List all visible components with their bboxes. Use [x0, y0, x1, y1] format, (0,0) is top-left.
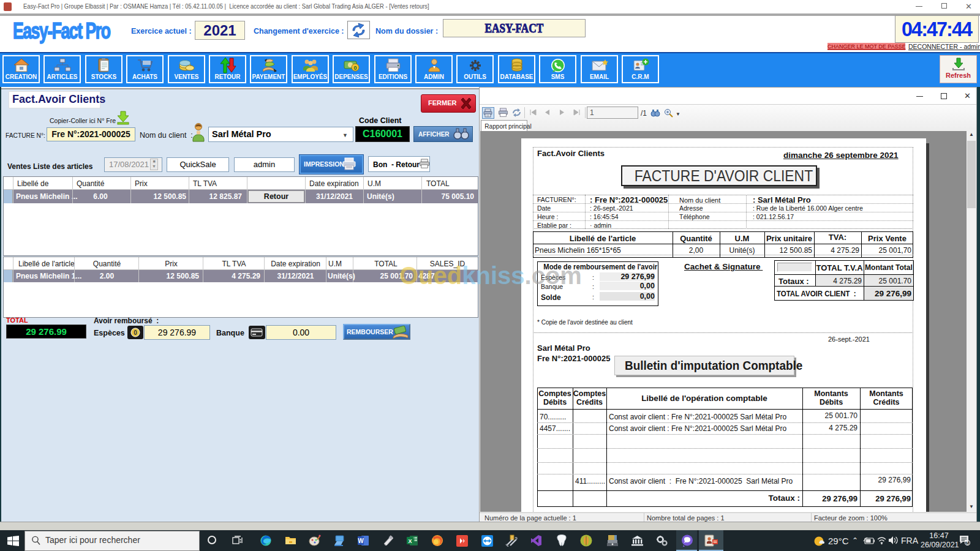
- svg-text:W: W: [358, 538, 364, 544]
- svg-text:6: 6: [966, 541, 969, 546]
- svg-text:X: X: [408, 538, 412, 544]
- svg-text:0: 0: [353, 65, 356, 71]
- svg-text:0: 0: [134, 329, 137, 336]
